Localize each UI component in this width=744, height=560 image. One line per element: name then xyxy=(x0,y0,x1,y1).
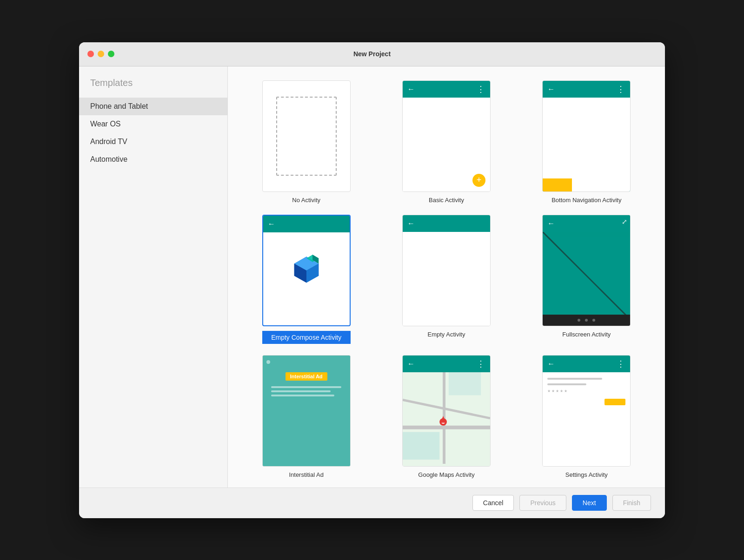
settings-preview-body: ★★★★★ xyxy=(543,372,630,466)
finish-button[interactable]: Finish xyxy=(612,495,651,511)
svg-rect-11 xyxy=(403,432,439,459)
sidebar: Templates Phone and Tablet Wear OS Andro… xyxy=(79,66,228,488)
bottom-nav-item-3 xyxy=(601,178,631,191)
compose-logo xyxy=(290,252,323,285)
nav-dot-3 xyxy=(592,319,595,322)
expand-icon: ⤢ xyxy=(622,218,627,225)
bottom-nav-item-2 xyxy=(572,178,601,191)
interstitial-line-2 xyxy=(271,390,331,392)
back-arrow-icon-6: ← xyxy=(407,360,415,368)
basic-activity-body: + xyxy=(403,98,490,191)
more-options-icon: ⋮ xyxy=(477,84,485,94)
settings-stars: ★★★★★ xyxy=(547,389,625,393)
map-preview-body xyxy=(403,372,490,466)
template-interstitial-ad[interactable]: Interstitial Ad Interstitial Ad xyxy=(242,355,371,478)
main-layout: Templates Phone and Tablet Wear OS Andro… xyxy=(79,66,665,488)
bottom-nav-item-1 xyxy=(543,178,572,191)
sidebar-item-wear-os[interactable]: Wear OS xyxy=(79,115,227,133)
sidebar-title: Templates xyxy=(79,78,227,98)
previous-button[interactable]: Previous xyxy=(519,495,566,511)
template-google-maps[interactable]: ← ⋮ xyxy=(382,355,511,478)
back-arrow-icon-4: ← xyxy=(407,219,415,228)
settings-line-1 xyxy=(547,378,602,380)
bottom-nav-label: Bottom Navigation Activity xyxy=(551,197,621,204)
empty-activity-toolbar: ← xyxy=(403,215,490,232)
interstitial-line-3 xyxy=(271,395,334,396)
back-arrow-icon-7: ← xyxy=(547,360,555,368)
empty-compose-label: Empty Compose Activity xyxy=(262,331,351,344)
basic-activity-toolbar: ← ⋮ xyxy=(403,81,490,98)
more-options-icon-7: ⋮ xyxy=(617,359,625,369)
fullscreen-diagonal-svg xyxy=(543,232,630,315)
back-arrow-icon: ← xyxy=(407,85,415,93)
settings-yellow-btn xyxy=(604,399,625,405)
svg-rect-12 xyxy=(449,372,481,395)
fullscreen-label: Fullscreen Activity xyxy=(562,331,611,338)
compose-toolbar: ← xyxy=(263,216,350,232)
interstitial-dot xyxy=(266,360,270,364)
dialog-footer: Cancel Previous Next Finish xyxy=(79,488,665,518)
google-maps-label: Google Maps Activity xyxy=(418,471,474,478)
no-activity-preview-image xyxy=(276,97,337,176)
nav-dot-1 xyxy=(578,319,580,322)
window-controls xyxy=(87,51,114,57)
more-options-icon-6: ⋮ xyxy=(477,359,485,369)
settings-line-2 xyxy=(547,383,586,385)
sidebar-item-android-tv[interactable]: Android TV xyxy=(79,133,227,151)
minimize-button[interactable] xyxy=(98,51,104,57)
new-project-window: New Project Templates Phone and Tablet W… xyxy=(79,42,665,518)
window-title: New Project xyxy=(353,50,391,58)
back-arrow-icon-5: ← xyxy=(547,219,555,228)
cancel-button[interactable]: Cancel xyxy=(472,495,514,511)
close-button[interactable] xyxy=(87,51,94,57)
interstitial-badge: Interstitial Ad xyxy=(286,372,327,381)
template-bottom-navigation[interactable]: ← ⋮ Bottom Navigation Activity xyxy=(522,80,651,204)
back-arrow-icon-2: ← xyxy=(547,85,555,93)
interstitial-text-lines xyxy=(271,386,341,396)
more-options-icon-2: ⋮ xyxy=(617,84,625,94)
interstitial-line-1 xyxy=(271,386,341,388)
empty-activity-label: Empty Activity xyxy=(428,331,465,338)
basic-activity-label: Basic Activity xyxy=(429,197,464,204)
fullscreen-toolbar: ← ⤢ xyxy=(543,215,630,232)
bottom-nav-body xyxy=(543,98,630,178)
template-fullscreen[interactable]: ← ⤢ xyxy=(522,215,651,344)
fullscreen-preview-body: ← ⤢ xyxy=(543,215,630,315)
bottom-nav-toolbar: ← ⋮ xyxy=(543,81,630,98)
interstitial-label: Interstitial Ad xyxy=(289,471,323,478)
maximize-button[interactable] xyxy=(108,51,114,57)
map-roads-svg xyxy=(403,372,490,464)
titlebar: New Project xyxy=(79,42,665,66)
fab-icon: + xyxy=(472,174,485,187)
empty-activity-body xyxy=(403,232,490,326)
maps-toolbar: ← ⋮ xyxy=(403,356,490,372)
template-empty-compose[interactable]: ← Empty xyxy=(242,215,371,344)
nav-dot-2 xyxy=(585,319,588,322)
next-button[interactable]: Next xyxy=(572,495,607,511)
sidebar-item-phone-tablet[interactable]: Phone and Tablet xyxy=(79,98,227,115)
template-no-activity[interactable]: No Activity xyxy=(242,80,371,204)
settings-label: Settings Activity xyxy=(565,471,608,478)
templates-grid: No Activity ← ⋮ + Basic Activity xyxy=(242,80,651,478)
interstitial-preview-body: Interstitial Ad xyxy=(263,356,350,466)
back-arrow-icon-3: ← xyxy=(268,220,275,228)
svg-line-6 xyxy=(543,232,630,315)
template-empty-activity[interactable]: ← Empty Activity xyxy=(382,215,511,344)
no-activity-label: No Activity xyxy=(292,197,320,204)
fullscreen-bottom-bar xyxy=(543,315,630,326)
template-basic-activity[interactable]: ← ⋮ + Basic Activity xyxy=(382,80,511,204)
template-settings-activity[interactable]: ← ⋮ ★★★★★ Settings Activity xyxy=(522,355,651,478)
template-grid-container: No Activity ← ⋮ + Basic Activity xyxy=(228,66,665,488)
bottom-nav-bar xyxy=(543,178,630,191)
sidebar-item-automotive[interactable]: Automotive xyxy=(79,151,227,168)
settings-toolbar: ← ⋮ xyxy=(543,356,630,372)
